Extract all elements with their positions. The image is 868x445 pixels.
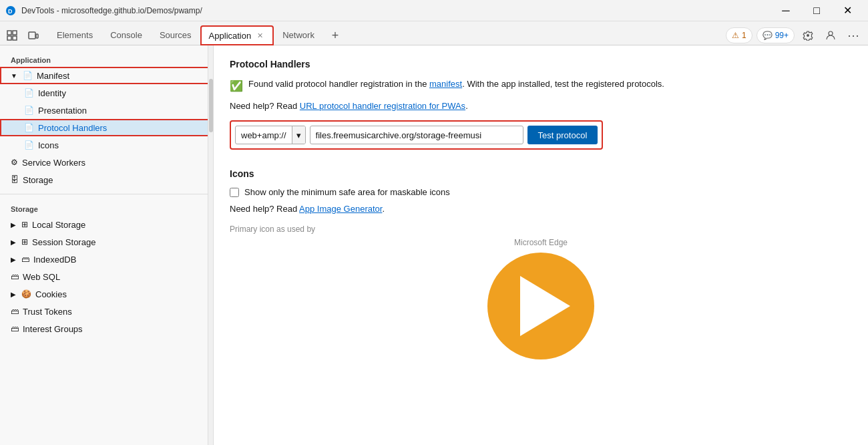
- protocol-handlers-title: Protocol Handlers: [230, 59, 852, 69]
- indexeddb-label: IndexedDB: [33, 255, 76, 265]
- tab-console-label: Console: [110, 30, 142, 40]
- sidebar-item-icons[interactable]: 📄 Icons: [0, 136, 213, 154]
- tab-sources-label: Sources: [160, 30, 192, 40]
- service-workers-label: Service Workers: [22, 158, 85, 168]
- warning-badge[interactable]: ⚠ 1: [726, 27, 752, 43]
- info-badge[interactable]: 💬 99+: [756, 27, 795, 43]
- file-icon-protocol: 📄: [24, 123, 34, 132]
- protocol-input-row: web+amp:// ▾ Test protocol: [230, 120, 603, 150]
- maskable-icons-checkbox[interactable]: [230, 188, 239, 197]
- local-storage-expand-icon: ▶: [11, 221, 16, 229]
- manifest-link[interactable]: manifest: [429, 79, 462, 89]
- grid-icon-session: ⊞: [21, 237, 28, 247]
- icon-preview-container: Microsoft Edge: [230, 238, 852, 359]
- svg-rect-7: [36, 34, 38, 38]
- icons-section: Icons Show only the minimum safe area fo…: [230, 168, 852, 359]
- sidebar-item-indexeddb[interactable]: ▶ 🗃 IndexedDB: [0, 251, 213, 268]
- sidebar-item-session-storage[interactable]: ▶ ⊞ Session Storage: [0, 233, 213, 251]
- tab-bar: Elements Console Sources Application ✕ N…: [0, 21, 868, 45]
- sidebar-item-service-workers[interactable]: ⚙ Service Workers: [0, 154, 213, 171]
- warning-icon: ⚠: [732, 31, 739, 40]
- cylinder-icon-idb: 🗃: [21, 255, 29, 264]
- cylinder-icon-interest: 🗃: [11, 324, 19, 333]
- title-bar: D DevTools - microsoftedge.github.io/Dem…: [0, 0, 868, 21]
- interest-groups-label: Interest Groups: [23, 324, 83, 334]
- test-protocol-button[interactable]: Test protocol: [527, 126, 598, 144]
- protocol-select[interactable]: web+amp:// ▾: [235, 126, 306, 144]
- identity-label: Identity: [38, 88, 66, 98]
- protocol-help-text: Need help? Read URL protocol handler reg…: [230, 101, 852, 111]
- grid-icon-local: ⊞: [21, 220, 28, 229]
- devtools-icon: D: [5, 5, 16, 16]
- more-options-button[interactable]: ⋯: [844, 26, 863, 45]
- protocol-url-input[interactable]: [310, 126, 523, 144]
- main-area: Application ▼ 📄 Manifest 📄 Identity 📄 Pr…: [0, 45, 868, 445]
- primary-icon-label: Primary icon as used by: [230, 225, 852, 234]
- cookies-label: Cookies: [35, 289, 67, 299]
- sidebar-item-storage-main[interactable]: 🗄 Storage: [0, 171, 213, 188]
- file-icon-presentation: 📄: [24, 106, 34, 115]
- manifest-expand-icon: ▼: [11, 72, 17, 80]
- sidebar-item-interest-groups[interactable]: 🗃 Interest Groups: [0, 320, 213, 337]
- gear-icon-sw: ⚙: [11, 158, 18, 167]
- sidebar-item-manifest[interactable]: ▼ 📄 Manifest: [0, 67, 213, 84]
- sidebar-item-identity[interactable]: 📄 Identity: [0, 84, 213, 102]
- window-controls: ─ □ ✕: [771, 0, 863, 21]
- sidebar-scroll: Application ▼ 📄 Manifest 📄 Identity 📄 Pr…: [0, 45, 213, 343]
- file-icon: 📄: [23, 71, 33, 80]
- tab-elements[interactable]: Elements: [48, 25, 101, 45]
- sidebar-item-local-storage[interactable]: ▶ ⊞ Local Storage: [0, 216, 213, 233]
- svg-rect-4: [7, 36, 11, 40]
- icons-label: Icons: [38, 140, 59, 150]
- cookies-expand-icon: ▶: [11, 291, 16, 298]
- app-image-generator-link[interactable]: App Image Generator: [299, 204, 382, 214]
- app-icon-circle: [487, 253, 594, 359]
- maskable-icons-label[interactable]: Show only the minimum safe area for mask…: [244, 187, 450, 197]
- svg-point-8: [829, 31, 833, 35]
- sidebar-item-trust-tokens[interactable]: 🗃 Trust Tokens: [0, 303, 213, 320]
- protocol-dropdown-arrow[interactable]: ▾: [292, 126, 305, 144]
- tab-application-label: Application: [209, 31, 252, 41]
- tab-console[interactable]: Console: [101, 25, 151, 45]
- tab-elements-label: Elements: [57, 30, 93, 40]
- cylinder-icon-trust: 🗃: [11, 307, 19, 316]
- tab-network[interactable]: Network: [274, 25, 323, 45]
- protocol-handlers-label: Protocol Handlers: [38, 123, 107, 133]
- tab-application[interactable]: Application ✕: [200, 25, 274, 45]
- device-emulation-icon[interactable]: [24, 26, 43, 45]
- play-triangle-icon: [520, 276, 570, 336]
- svg-rect-3: [13, 31, 17, 35]
- svg-rect-5: [13, 36, 17, 40]
- sidebar-item-protocol-handlers[interactable]: 📄 Protocol Handlers: [0, 119, 213, 136]
- maskable-icons-row: Show only the minimum safe area for mask…: [230, 187, 852, 197]
- storage-main-label: Storage: [23, 175, 53, 185]
- local-storage-label: Local Storage: [32, 220, 85, 230]
- minimize-button[interactable]: ─: [771, 0, 801, 21]
- check-icon: ✅: [230, 78, 243, 94]
- sidebar-item-presentation[interactable]: 📄 Presentation: [0, 102, 213, 119]
- sidebar-item-cookies[interactable]: ▶ 🍪 Cookies: [0, 285, 213, 303]
- icons-section-title: Icons: [230, 168, 852, 179]
- tab-sources[interactable]: Sources: [151, 25, 200, 45]
- edge-label: Microsoft Edge: [514, 238, 568, 247]
- trust-tokens-label: Trust Tokens: [23, 307, 72, 317]
- close-button[interactable]: ✕: [832, 0, 863, 21]
- file-icon-icons: 📄: [24, 140, 34, 150]
- pwa-protocol-link[interactable]: URL protocol handler registration for PW…: [300, 101, 465, 111]
- restore-button[interactable]: □: [801, 0, 832, 21]
- sidebar-scrollbar[interactable]: [208, 45, 213, 445]
- tab-application-close[interactable]: ✕: [255, 31, 265, 41]
- tab-bar-right: ⚠ 1 💬 99+ ⋯: [726, 26, 865, 45]
- info-icon: 💬: [763, 31, 773, 40]
- sidebar-item-web-sql[interactable]: 🗃 Web SQL: [0, 268, 213, 285]
- svg-rect-6: [29, 32, 35, 39]
- presentation-label: Presentation: [38, 106, 87, 116]
- inspect-icon[interactable]: [3, 26, 21, 45]
- user-button[interactable]: [821, 26, 840, 45]
- add-tab-button[interactable]: +: [326, 26, 345, 45]
- storage-icon-main: 🗄: [11, 175, 19, 184]
- svg-rect-2: [7, 31, 11, 35]
- icons-help-text: Need help? Read App Image Generator.: [230, 204, 852, 214]
- file-icon-identity: 📄: [24, 88, 34, 98]
- settings-button[interactable]: [799, 26, 817, 45]
